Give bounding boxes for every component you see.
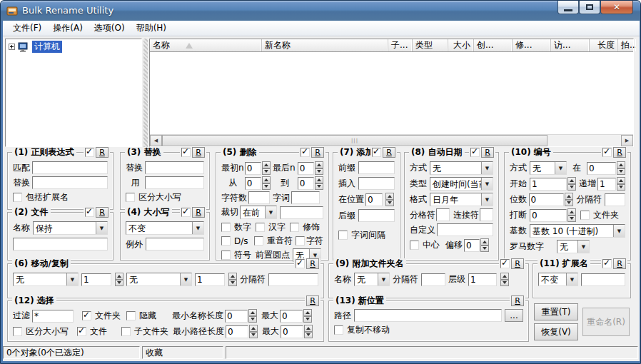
- remove-accents-checkbox[interactable]: [254, 236, 263, 246]
- num-mode-dropdown[interactable]: 无 ▼: [530, 161, 567, 175]
- remove-lastn-input[interactable]: [298, 162, 314, 175]
- scrollbar-thumb[interactable]: |||: [162, 135, 547, 146]
- autodate-offset-spinner[interactable]: [480, 238, 489, 252]
- autodate-mode-dropdown[interactable]: 无 ▼: [430, 161, 493, 175]
- add-suffix-input[interactable]: [358, 209, 395, 222]
- sel-minpath-input[interactable]: [226, 325, 248, 338]
- remove-ds-checkbox[interactable]: [221, 236, 231, 246]
- list-body[interactable]: [150, 52, 633, 134]
- remove-from-input[interactable]: [245, 177, 261, 190]
- group-appendfolder-checkbox[interactable]: [500, 259, 510, 268]
- group-add-reset-button[interactable]: R: [383, 147, 395, 158]
- num-incr-spinner[interactable]: [617, 177, 625, 191]
- sel-hidden-checkbox[interactable]: [126, 311, 136, 320]
- remove-to-input[interactable]: [298, 177, 314, 190]
- replace-with-input[interactable]: [145, 176, 204, 189]
- group-regex-reset-button[interactable]: R: [96, 147, 108, 158]
- group-numbering-reset-button[interactable]: R: [613, 147, 626, 158]
- column-length[interactable]: 长度: [590, 39, 618, 51]
- title-bar[interactable]: Bulk Rename Utility ✕: [1, 1, 640, 21]
- movecopy-n1-input[interactable]: [81, 273, 111, 286]
- group-remove-checkbox[interactable]: [301, 148, 310, 157]
- column-new-name[interactable]: 新名称: [262, 39, 388, 51]
- extension-mode-dropdown[interactable]: 不变 ▼: [538, 273, 578, 286]
- column-accessed[interactable]: 访...: [551, 39, 590, 51]
- num-start-spinner[interactable]: [567, 177, 576, 191]
- add-prefix-input[interactable]: [358, 161, 395, 174]
- newloc-copy-checkbox[interactable]: [334, 325, 343, 335]
- movecopy-n2-input[interactable]: [195, 273, 225, 286]
- regex-replace-input[interactable]: [32, 176, 108, 189]
- group-autodate-checkbox[interactable]: [470, 148, 480, 157]
- remove-firstn-input[interactable]: [245, 162, 261, 175]
- num-break-spinner[interactable]: [567, 208, 576, 222]
- add-atpos-spinner[interactable]: [385, 193, 394, 206]
- sel-minpath-spinner[interactable]: [249, 325, 258, 338]
- group-movecopy-reset-button[interactable]: R: [306, 258, 319, 269]
- folder-tree[interactable]: 计算机: [5, 39, 142, 147]
- group-numbering-checkbox[interactable]: [602, 148, 612, 157]
- sel-folders-checkbox[interactable]: [82, 311, 91, 320]
- maximize-button[interactable]: [579, 1, 600, 14]
- menu-actions[interactable]: 操作(A): [47, 21, 89, 36]
- num-roman-dropdown[interactable]: 无 ▼: [557, 240, 590, 253]
- group-appendfolder-reset-button[interactable]: R: [511, 258, 524, 269]
- num-base-dropdown[interactable]: 基数 10 (十进制) ▼: [530, 224, 625, 238]
- regex-match-input[interactable]: [32, 161, 108, 174]
- group-remove-reset-button[interactable]: R: [311, 147, 324, 158]
- case-mode-dropdown[interactable]: 不变 ▼: [126, 221, 204, 235]
- remove-chinese-checkbox[interactable]: [256, 223, 265, 232]
- sel-minname-spinner[interactable]: [248, 309, 257, 323]
- appendfolder-levels-input[interactable]: [468, 273, 497, 286]
- sel-max1-spinner[interactable]: [303, 309, 312, 323]
- group-file-checkbox[interactable]: [85, 208, 94, 217]
- close-button[interactable]: ✕: [600, 1, 633, 14]
- remove-trim-checkbox[interactable]: [290, 223, 299, 232]
- sel-files-checkbox[interactable]: [77, 327, 86, 336]
- group-extension-reset-button[interactable]: R: [613, 258, 626, 269]
- column-taken[interactable]: 拍...: [618, 39, 636, 51]
- scroll-left-icon[interactable]: ◀: [150, 135, 162, 146]
- remove-chars2-checkbox[interactable]: [296, 236, 305, 246]
- num-pad-spinner[interactable]: [565, 193, 573, 206]
- num-pad-input[interactable]: [529, 193, 565, 206]
- tree-root-item[interactable]: 计算机: [6, 39, 141, 54]
- newloc-path-input[interactable]: [354, 309, 502, 322]
- group-movecopy-checkbox[interactable]: [296, 259, 305, 268]
- num-folder-checkbox[interactable]: [580, 211, 590, 220]
- movecopy-mode2-dropdown[interactable]: 无 ▼: [126, 273, 192, 286]
- file-name-dropdown[interactable]: 保持 ▼: [33, 221, 108, 235]
- sel-max1-input[interactable]: [280, 310, 303, 323]
- appendfolder-name-dropdown[interactable]: 无 ▼: [354, 273, 390, 286]
- rename-button[interactable]: 重命名(R): [582, 308, 630, 336]
- autodate-sep-input[interactable]: [436, 208, 450, 221]
- autodate-seg-input[interactable]: [480, 208, 493, 221]
- horizontal-scrollbar[interactable]: ◀ ||| ▶: [150, 134, 633, 146]
- case-except-input[interactable]: [146, 238, 204, 251]
- autodate-type-dropdown[interactable]: 创建时间(当前) ▼: [430, 177, 493, 191]
- appendfolder-sep-input[interactable]: [421, 273, 445, 286]
- autodate-offset-input[interactable]: [464, 239, 480, 252]
- movecopy-mode1-dropdown[interactable]: 无 ▼: [13, 273, 79, 286]
- tree-list-splitter[interactable]: [143, 39, 148, 147]
- autodate-center-checkbox[interactable]: [410, 241, 419, 250]
- autodate-custom-input[interactable]: [437, 223, 493, 236]
- remove-chars-input[interactable]: [248, 191, 270, 204]
- add-wordspace-checkbox[interactable]: [338, 231, 348, 240]
- num-start-input[interactable]: [530, 178, 567, 191]
- sel-subfolders-checkbox[interactable]: [121, 327, 131, 336]
- newloc-browse-button[interactable]: ...: [505, 309, 523, 322]
- add-atpos-input[interactable]: [365, 193, 383, 206]
- num-sep-input[interactable]: [605, 193, 625, 206]
- remove-crop-dropdown[interactable]: 在前 ▼: [240, 206, 277, 219]
- sel-minname-input[interactable]: [225, 310, 248, 323]
- remove-lastn-spinner[interactable]: [315, 161, 323, 175]
- extension-input[interactable]: [581, 273, 625, 286]
- group-case-checkbox[interactable]: [181, 208, 191, 217]
- column-created[interactable]: 创...: [474, 39, 513, 51]
- column-modified[interactable]: 修...: [513, 39, 551, 51]
- group-replace-reset-button[interactable]: R: [192, 147, 205, 158]
- column-name[interactable]: 名称: [150, 39, 262, 51]
- appendfolder-levels-spinner[interactable]: [500, 273, 509, 286]
- movecopy-n2-spinner[interactable]: [228, 273, 237, 286]
